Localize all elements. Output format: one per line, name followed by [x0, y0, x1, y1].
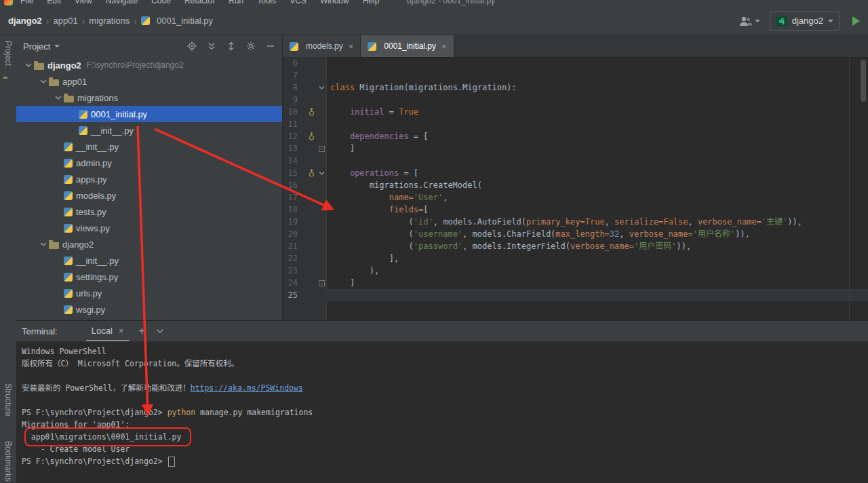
editor-tab-models.py[interactable]: models.py× [283, 35, 361, 57]
tree-item-urls.py[interactable]: urls.py [16, 285, 282, 301]
code-line-21[interactable]: 21 ('password', models.IntegerField(verb… [283, 240, 868, 252]
breadcrumb-item-migrations[interactable]: migrations [89, 16, 130, 26]
menu-item-vcs[interactable]: VCS [290, 0, 307, 5]
run-button[interactable] [852, 16, 860, 26]
code-line-9[interactable]: 9 [283, 94, 868, 106]
terminal-tab-local[interactable]: Local × [86, 321, 130, 341]
line-number: 16 [283, 179, 306, 191]
expand-all-icon[interactable] [226, 41, 236, 51]
breadcrumb-item-django2[interactable]: django2 [8, 16, 42, 26]
chevron-down-icon[interactable] [23, 63, 34, 68]
code-line-25[interactable]: 25 [283, 289, 868, 301]
terminal-text: PS F:\synchro\Project\django2> [22, 457, 167, 466]
chevron-down-icon[interactable] [156, 328, 164, 334]
hide-panel-icon[interactable] [266, 41, 275, 51]
stripe-structure-button[interactable]: Structure [3, 383, 13, 417]
tree-item-__init__.py[interactable]: __init__.py [16, 252, 282, 269]
stripe-project-button[interactable]: Project [3, 41, 13, 66]
menu-item-refactor[interactable]: Refactor [184, 0, 215, 5]
tree-item-django2[interactable]: django2F:\synchro\Project\django2 [16, 57, 282, 73]
code-line-11[interactable]: 11 [283, 118, 868, 130]
menu-item-navigate[interactable]: Navigate [106, 0, 138, 5]
menu-item-file[interactable]: File [20, 0, 33, 5]
close-icon[interactable]: × [349, 41, 354, 52]
project-panel-title: Project [23, 41, 50, 52]
code-line-19[interactable]: 19 ('id', models.AutoField(primary_key=T… [283, 216, 868, 228]
menu-item-view[interactable]: View [75, 0, 92, 5]
fold-end-icon[interactable] [317, 142, 326, 155]
tree-item-wsgi.py[interactable]: wsgi.py [16, 301, 282, 317]
menu-item-edit[interactable]: Edit [47, 0, 61, 5]
code-line-23[interactable]: 23 ), [283, 265, 868, 277]
chevron-down-icon[interactable] [53, 96, 64, 100]
tree-item-__init__.py[interactable]: __init__.py [16, 122, 282, 138]
code-line-22[interactable]: 22 ], [283, 252, 868, 265]
tree-item-label: urls.py [76, 288, 102, 298]
window-title: django2 - 0001_initial.py [407, 0, 495, 5]
settings-gear-icon[interactable] [246, 41, 256, 51]
code-line-24[interactable]: 24 ] [283, 277, 868, 289]
code-line-8[interactable]: 8class Migration(migrations.Migration): [283, 81, 868, 94]
close-icon[interactable]: × [441, 41, 447, 52]
users-menu[interactable] [738, 16, 760, 26]
code-line-14[interactable]: 14 [283, 155, 868, 167]
menu-item-run[interactable]: Run [229, 0, 243, 5]
tree-item-0001_initial.py[interactable]: 0001_initial.py [16, 106, 282, 122]
tree-item-app01[interactable]: app01 [16, 73, 282, 90]
new-terminal-button[interactable]: + [138, 326, 144, 336]
code-line-16[interactable]: 16 migrations.CreateModel( [283, 179, 868, 191]
editor-tab-0001_initial.py[interactable]: 0001_initial.py× [361, 35, 454, 57]
code-line-17[interactable]: 17 name='User', [283, 191, 868, 204]
tree-item-django2[interactable]: django2 [16, 236, 282, 252]
python-file-icon [64, 175, 73, 184]
breadcrumb-item-0001_initial.py[interactable]: 0001_initial.py [141, 16, 213, 26]
overriding-attribute-icon[interactable] [306, 167, 317, 179]
gutter-icon-slot [306, 216, 317, 228]
stripe-bookmarks-button[interactable]: Bookmarks [3, 441, 13, 482]
terminal-link[interactable]: https://aka.ms/PSWindows [191, 383, 303, 393]
line-number: 25 [283, 289, 306, 301]
menu-item-window[interactable]: Window [320, 0, 349, 5]
code-line-20[interactable]: 20 ('username', models.CharField(max_len… [283, 228, 868, 240]
tree-item-settings.py[interactable]: settings.py [16, 269, 282, 285]
code-line-13[interactable]: 13 ] [283, 142, 868, 155]
fold-slot [317, 289, 326, 301]
collapse-all-icon[interactable] [207, 41, 216, 51]
tree-item-models.py[interactable]: models.py [16, 187, 282, 204]
close-icon[interactable]: × [119, 326, 124, 336]
fold-open-icon[interactable] [317, 81, 326, 94]
overriding-attribute-icon[interactable] [306, 106, 317, 118]
folder-icon [64, 96, 74, 102]
code-line-10[interactable]: 10 initial = True [283, 106, 868, 118]
gutter-icon-slot [306, 142, 317, 155]
chevron-down-icon[interactable] [38, 242, 49, 247]
code-line-18[interactable]: 18 fields=[ [283, 204, 868, 216]
tree-item-migrations[interactable]: migrations [16, 90, 282, 106]
editor-pane[interactable]: 678class Migration(migrations.Migration)… [283, 57, 868, 320]
run-configuration-select[interactable]: dj django2 [770, 12, 840, 31]
python-file-icon [64, 191, 73, 200]
menu-item-help[interactable]: Help [363, 0, 380, 5]
chevron-down-icon[interactable] [38, 79, 49, 84]
chevron-down-icon[interactable] [54, 45, 60, 47]
breadcrumb-item-app01[interactable]: app01 [54, 16, 78, 26]
code-line-7[interactable]: 7 [283, 69, 868, 81]
fold-open-icon[interactable] [317, 167, 326, 179]
code-line-15[interactable]: 15 operations = [ [283, 167, 868, 179]
terminal-output[interactable]: Windows PowerShell版权所有（C） Microsoft Corp… [16, 341, 868, 483]
code-line-6[interactable]: 6 [283, 57, 868, 69]
tree-item-admin.py[interactable]: admin.py [16, 155, 282, 171]
overriding-attribute-icon[interactable] [306, 130, 317, 142]
tree-item-label: tests.py [76, 207, 106, 217]
editor-scrollbar-thumb[interactable] [861, 60, 866, 102]
tree-item-__init__.py[interactable]: __init__.py [16, 138, 282, 155]
menu-item-tools[interactable]: Tools [257, 0, 276, 5]
fold-end-icon[interactable] [317, 277, 326, 289]
tree-item-apps.py[interactable]: apps.py [16, 171, 282, 187]
tree-item-tests.py[interactable]: tests.py [16, 204, 282, 220]
tree-item-label: app01 [62, 77, 87, 87]
locate-icon[interactable] [187, 41, 197, 51]
tree-item-views.py[interactable]: views.py [16, 220, 282, 236]
menu-item-code[interactable]: Code [151, 0, 171, 5]
code-line-12[interactable]: 12 dependencies = [ [283, 130, 868, 142]
